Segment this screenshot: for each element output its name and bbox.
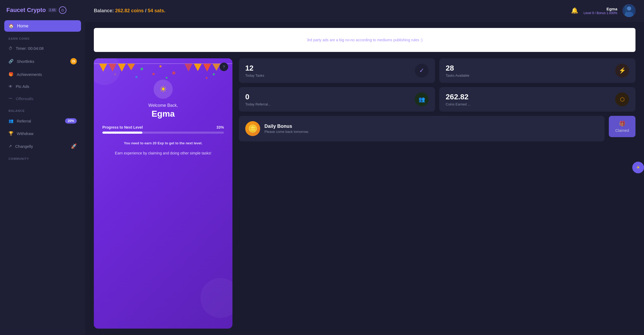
today-tasks-value: 12 — [245, 64, 264, 72]
avatar[interactable] — [623, 4, 635, 17]
progress-info: You need to earn 20 Exp to get to the ne… — [124, 141, 203, 145]
user-level-text: Level 9 / Bonus 1.000% — [583, 11, 617, 15]
help-button[interactable]: ? — [220, 63, 228, 71]
today-tasks-info: 12 Today Tasks — [245, 64, 264, 77]
tasks-available-card: 28 Tasks Available ⚡ — [439, 58, 635, 83]
nav-timer: ⏱ Timer: 00:04:08 — [4, 43, 81, 53]
nav-home-label: Home — [17, 24, 29, 28]
tasks-available-label: Tasks Available — [446, 73, 469, 77]
progress-level-text: Next Level — [124, 125, 143, 129]
claimed-label: Claimed — [615, 128, 629, 133]
tasks-available-icon: ⚡ — [615, 64, 629, 77]
nav-shortlinks[interactable]: 🔗 Shortlinks 25 — [4, 55, 81, 67]
brand-version: 2.65 — [48, 8, 57, 12]
svg-rect-3 — [625, 4, 627, 17]
stats-row-1: 12 Today Tasks ✓ 28 Tasks Available ⚡ — [239, 58, 635, 83]
home-icon: 🏠 — [9, 23, 14, 28]
avatar-image — [623, 4, 635, 17]
claimed-button[interactable]: 🎁 Claimed — [609, 116, 635, 137]
progress-percentage: 33% — [216, 125, 224, 129]
tasks-available-value: 28 — [446, 64, 469, 72]
svg-marker-13 — [212, 64, 220, 71]
today-tasks-card: 12 Today Tasks ✓ — [239, 58, 435, 83]
svg-rect-4 — [631, 4, 633, 17]
achievements-icon: 🎁 — [9, 72, 14, 77]
svg-point-15 — [159, 65, 162, 67]
nav-offerwalls[interactable]: 〜 Offerwalls — [4, 93, 81, 104]
user-info: Egma Level 9 / Bonus 1.000% — [583, 7, 617, 15]
timer-icon: ⏱ — [9, 46, 13, 51]
timer-label: Timer: 00:04:08 — [16, 46, 44, 51]
balance-separator: / — [145, 8, 148, 13]
coins-icon: ⬡ — [615, 92, 629, 106]
today-referral-info: 0 Today Referral... — [245, 93, 271, 106]
brand-name: Faucet Crypto — [6, 7, 46, 14]
svg-marker-12 — [203, 64, 211, 72]
today-tasks-label: Today Tasks — [245, 73, 264, 77]
section-earn-label: EARN COINS — [4, 34, 81, 41]
today-referral-label: Today Referral... — [245, 102, 271, 106]
changelly-label: Changelly — [15, 144, 33, 149]
earn-info: Earn experience by claiming and doing ot… — [115, 150, 211, 156]
coins-earned-label: Coins Earned ... — [446, 102, 470, 106]
referral-label: Referral — [17, 119, 31, 123]
coin-icon: ⬡ — [620, 96, 625, 103]
bell-icon[interactable]: 🔔 — [571, 7, 578, 14]
progress-info-pre: You need to earn — [124, 141, 152, 145]
level-value: Level 9 — [583, 11, 594, 15]
referral-icon: 👥 — [9, 119, 14, 123]
shortlinks-badge: 25 — [70, 58, 77, 64]
offerwalls-icon: 〜 — [9, 96, 13, 101]
withdraw-icon: 🏆 — [9, 131, 14, 136]
gift-icon: 🎁 — [619, 120, 626, 127]
svg-marker-10 — [184, 64, 192, 72]
section-balance-label: BALANCE — [4, 106, 81, 113]
balance-label: Balance: — [94, 8, 114, 13]
balance-display: Balance: 262.82 coins / 54 sats. — [94, 8, 165, 14]
welcome-card: ? ☀ Welcome Back, Egma Progress to Next … — [94, 58, 232, 329]
referral-stat-icon: 👥 — [415, 92, 429, 106]
bonus-row: 🪙 Daily Bonus Please come back tomorrow.… — [239, 116, 635, 141]
daily-bonus-subtitle: Please come back tomorrow. — [264, 130, 309, 134]
progress-label-text: Progress to — [102, 125, 123, 129]
nav-ptc-ads[interactable]: 👁 Ptc Ads — [4, 81, 81, 91]
ptc-label: Ptc Ads — [16, 84, 29, 89]
shortlinks-label: Shortlinks — [17, 59, 34, 64]
changelly-rocket-icon: 🚀 — [71, 143, 77, 149]
brand-icon: ⊙ — [59, 6, 66, 14]
level-separator: / — [595, 11, 597, 15]
pulse-icon: ⚡ — [619, 67, 626, 74]
daily-bonus-info: Daily Bonus Please come back tomorrow. — [264, 124, 309, 134]
bonus-value: Bonus 1.000% — [597, 11, 617, 15]
check-icon: ✓ — [419, 67, 424, 74]
svg-point-14 — [140, 68, 143, 70]
balance-coins: 262.82 coins — [115, 8, 144, 13]
sun-icon: ☀ — [159, 84, 167, 94]
section-community-label: COMMUNITY — [4, 154, 81, 161]
progress-level: Next Level — [124, 125, 143, 129]
svg-marker-8 — [118, 64, 126, 72]
ad-text: 3rd party ads are a big no-no according … — [307, 38, 422, 42]
progress-header: Progress to Next Level 33% — [102, 125, 224, 129]
daily-bonus-card: 🪙 Daily Bonus Please come back tomorrow. — [239, 116, 605, 141]
user-name: Egma — [583, 7, 617, 11]
exp-value: 20 Exp — [153, 141, 164, 145]
withdraw-label: Withdraw — [17, 131, 34, 136]
nav-changelly[interactable]: ↗ Changelly 🚀 — [4, 141, 81, 152]
daily-bonus-coin-icon: 🪙 — [245, 121, 260, 136]
progress-section: Progress to Next Level 33% — [102, 125, 224, 134]
svg-marker-11 — [194, 64, 202, 71]
nav-referral[interactable]: 👥 Referral 20% — [4, 116, 81, 126]
float-button[interactable]: ☀ — [632, 162, 644, 173]
svg-point-1 — [627, 6, 631, 11]
tasks-available-info: 28 Tasks Available — [446, 64, 469, 77]
main-content: Balance: 262.82 coins / 54 sats. 🔔 Egma … — [85, 0, 644, 335]
svg-marker-7 — [108, 64, 116, 72]
ptc-icon: 👁 — [9, 84, 13, 89]
people-icon: 👥 — [418, 96, 425, 103]
nav-achievements[interactable]: 🎁 Achievements — [4, 69, 81, 79]
header: Balance: 262.82 coins / 54 sats. 🔔 Egma … — [85, 0, 644, 22]
nav-home[interactable]: 🏠 Home — [4, 20, 81, 32]
welcome-name: Egma — [151, 109, 175, 119]
nav-withdraw[interactable]: 🏆 Withdraw — [4, 128, 81, 138]
